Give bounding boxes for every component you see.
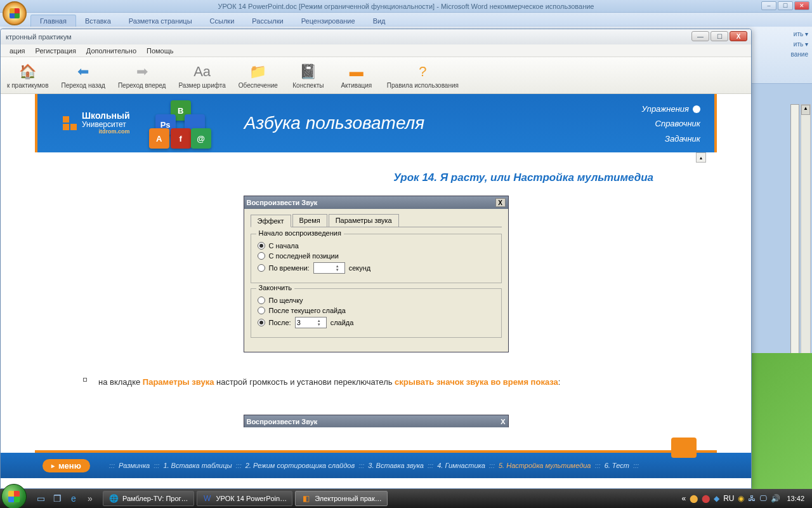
radio-on-click[interactable] bbox=[258, 297, 265, 304]
scroll-up-button[interactable]: ▲ bbox=[801, 105, 810, 115]
ribbon-right-item[interactable]: ить ▾ bbox=[791, 29, 808, 39]
start-button[interactable] bbox=[1, 484, 27, 508]
radio-after-n-slides[interactable] bbox=[258, 319, 265, 326]
site-header: Школьный Университет itdrom.com B Ps А f… bbox=[35, 94, 717, 152]
task-icon-2: ◧ bbox=[301, 493, 311, 504]
toolbar-icon-3: Aa bbox=[192, 62, 213, 81]
ribbon-right-item[interactable]: ить ▾ bbox=[791, 39, 808, 50]
practicum-footer: меню :::Разминка:::1. Вставка таблицы:::… bbox=[1, 450, 751, 488]
tray-network-icon[interactable]: 🖧 bbox=[748, 494, 756, 503]
content-scroll-up-button[interactable]: ▴ bbox=[696, 152, 706, 163]
radio-from-beginning[interactable] bbox=[258, 242, 265, 250]
tray-icon-1[interactable]: ⬤ bbox=[690, 494, 698, 503]
prac-menu-2[interactable]: Дополнительно bbox=[82, 46, 140, 56]
toolbar-item-0[interactable]: 🏠к практикумов bbox=[7, 62, 48, 89]
windows-taskbar: ▭ ❐ e » 🌐Рамблер-ТV: Прог…WУРОК 14 Power… bbox=[0, 489, 812, 508]
practicum-minimize-button[interactable]: — bbox=[691, 31, 709, 41]
start-playback-legend: Начало воспроизведения bbox=[256, 229, 344, 237]
toolbar-icon-6: ▬ bbox=[346, 62, 367, 81]
word-tab-1[interactable]: Вставка bbox=[76, 15, 120, 27]
radio-after-current-slide[interactable] bbox=[258, 307, 265, 314]
radio-on-click-label: По щелчку bbox=[269, 297, 303, 304]
tray-icon-2[interactable]: ⬤ bbox=[702, 494, 710, 503]
prac-menu-3[interactable]: Помощь bbox=[143, 46, 178, 56]
toolbar-item-3[interactable]: AaРазмер шрифта bbox=[178, 62, 225, 89]
practicum-menubar: ацияРегистрацияДополнительноПомощь bbox=[1, 44, 751, 57]
crumb-2[interactable]: 2. Режим сортировщика слайдов bbox=[246, 462, 355, 469]
task-button-1[interactable]: WУРОК 14 PowerPoin… bbox=[197, 491, 293, 506]
time-seconds-input[interactable]: ▲▼ bbox=[313, 262, 345, 274]
prac-menu-1[interactable]: Регистрация bbox=[32, 46, 80, 56]
slides-count-input[interactable]: 3▲▼ bbox=[295, 317, 327, 328]
toolbar-item-2[interactable]: ➡Переход вперед bbox=[118, 62, 166, 89]
toolbar-item-6[interactable]: ▬Активация bbox=[339, 62, 374, 89]
word-tab-5[interactable]: Рецензирование bbox=[292, 15, 364, 27]
radio-by-time-label: По времени: bbox=[269, 264, 310, 272]
practicum-close-button[interactable]: X bbox=[730, 31, 747, 41]
toolbar-item-5[interactable]: 📓Конспекты bbox=[291, 62, 326, 89]
crumb-1[interactable]: 1. Вставка таблицы bbox=[163, 462, 232, 469]
second-dialog-close-button[interactable]: X bbox=[501, 418, 505, 425]
office-button[interactable] bbox=[3, 1, 27, 25]
language-indicator[interactable]: RU bbox=[723, 494, 734, 503]
crumb-5[interactable]: 5. Настройка мультимедиа bbox=[499, 462, 591, 469]
crumb-6[interactable]: 6. Тест bbox=[605, 462, 629, 469]
toolbar-icon-7: ? bbox=[412, 62, 433, 81]
task-icon-0: 🌐 bbox=[108, 493, 119, 504]
toolbar-item-4[interactable]: 📁Обеспечение bbox=[239, 62, 278, 89]
toolbar-item-1[interactable]: ⬅Переход назад bbox=[61, 62, 105, 89]
crumb-3[interactable]: 3. Вставка звука bbox=[368, 462, 424, 469]
footer-menu-button[interactable]: меню bbox=[43, 459, 90, 472]
taskbar-clock[interactable]: 13:42 bbox=[784, 495, 807, 502]
word-tab-2[interactable]: Разметка страницы bbox=[120, 15, 201, 27]
word-maximize-button[interactable]: ☐ bbox=[778, 1, 793, 10]
tray-volume-icon[interactable]: 🔊 bbox=[771, 494, 780, 503]
dialog-title-text: Воспроизвести Звук bbox=[247, 199, 318, 206]
crumb-0[interactable]: Разминка bbox=[119, 462, 150, 469]
practicum-window: ктронный практикум — ☐ X ацияРегистрация… bbox=[0, 29, 752, 489]
tray-update-icon[interactable]: ◉ bbox=[738, 494, 744, 503]
radio-after-current-slide-label: После текущего слайда bbox=[269, 307, 346, 314]
ribbon-right-item[interactable]: вание bbox=[791, 50, 808, 60]
toolbar-icon-2: ➡ bbox=[132, 62, 152, 81]
toolbar-item-7[interactable]: ?Правила использования bbox=[387, 62, 459, 89]
lesson-title: Урок 14. Я расту, или Настройка мультиме… bbox=[60, 171, 653, 184]
footer-bar: меню :::Разминка:::1. Вставка таблицы:::… bbox=[1, 453, 751, 478]
tray-icon-3[interactable]: ◆ bbox=[714, 494, 719, 503]
crumb-4[interactable]: 4. Гимнастика bbox=[437, 462, 485, 469]
practicum-maximize-button[interactable]: ☐ bbox=[710, 31, 728, 41]
content-scrollbar[interactable]: ▴ bbox=[695, 152, 707, 449]
radio-by-time[interactable] bbox=[258, 264, 265, 272]
word-tab-6[interactable]: Вид bbox=[364, 15, 395, 27]
word-ribbon-tabs: ГлавнаяВставкаРазметка страницыСсылкиРас… bbox=[0, 13, 812, 27]
prac-menu-0[interactable]: ация bbox=[6, 46, 29, 56]
radio-last-position[interactable] bbox=[258, 252, 265, 260]
tray-overflow-icon[interactable]: « bbox=[681, 494, 686, 503]
show-desktop-icon[interactable]: ▭ bbox=[33, 491, 48, 505]
header-link-2[interactable]: Задачник bbox=[641, 131, 700, 146]
logo-domain: itdrom.com bbox=[82, 129, 130, 135]
practicum-title-text: ктронный практикум bbox=[6, 33, 72, 41]
word-close-button[interactable]: ✕ bbox=[794, 1, 809, 10]
header-link-1[interactable]: Справочник bbox=[641, 116, 700, 131]
vertical-ruler bbox=[790, 104, 799, 358]
task-icon-1: W bbox=[202, 493, 213, 504]
quick-launch-overflow-icon[interactable]: » bbox=[82, 491, 98, 505]
switch-windows-icon[interactable]: ❐ bbox=[49, 491, 65, 505]
logo-mark-icon bbox=[63, 116, 77, 130]
header-link-0[interactable]: Упражнения bbox=[641, 102, 700, 116]
word-tab-0[interactable]: Главная bbox=[30, 15, 76, 27]
dialog-close-button[interactable]: X bbox=[495, 198, 506, 207]
ie-icon[interactable]: e bbox=[66, 491, 81, 505]
practicum-titlebar: ктронный практикум — ☐ X bbox=[1, 29, 751, 44]
footer-orange-box-icon bbox=[671, 438, 697, 458]
dialog-tab-2[interactable]: Параметры звука bbox=[329, 214, 399, 227]
word-tab-3[interactable]: Ссылки bbox=[201, 15, 244, 27]
task-button-2[interactable]: ◧Электронный прак… bbox=[295, 491, 388, 506]
tray-display-icon[interactable]: 🖵 bbox=[759, 494, 767, 503]
dialog-tab-1[interactable]: Время bbox=[292, 214, 327, 227]
task-button-0[interactable]: 🌐Рамблер-ТV: Прог… bbox=[103, 491, 194, 506]
word-tab-4[interactable]: Рассылки bbox=[243, 15, 292, 27]
dialog-tab-0[interactable]: Эффект bbox=[251, 215, 291, 227]
word-minimize-button[interactable]: – bbox=[761, 1, 776, 10]
